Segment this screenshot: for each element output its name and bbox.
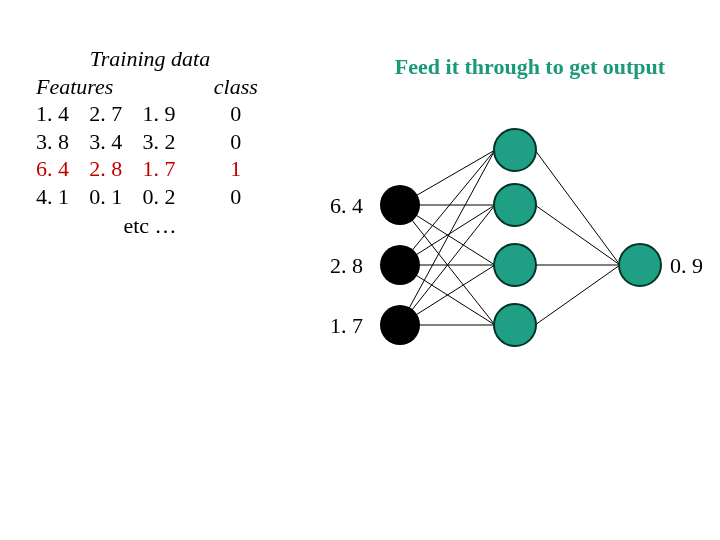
class-header: class	[190, 73, 270, 101]
cell-f2: 3. 4	[83, 128, 136, 156]
svg-line-8	[400, 150, 495, 325]
training-title: Training data	[30, 45, 270, 73]
cell-f1: 3. 8	[30, 128, 83, 156]
features-header: Features	[30, 73, 190, 101]
nn-input-node-3	[380, 305, 420, 345]
nn-hidden-node-4	[493, 303, 537, 347]
cell-f3: 3. 2	[136, 128, 189, 156]
svg-line-12	[535, 150, 620, 265]
cell-class: 0	[190, 128, 270, 156]
table-row-highlighted: 6. 4 2. 8 1. 7 1	[30, 155, 270, 183]
cell-f1: 4. 1	[30, 183, 83, 211]
svg-line-15	[535, 265, 620, 325]
etc-label: etc …	[30, 210, 270, 240]
training-data-block: Training data Features class 1. 4 2. 7 1…	[30, 45, 270, 240]
nn-input-node-2	[380, 245, 420, 285]
table-row: 4. 1 0. 1 0. 2 0	[30, 183, 270, 211]
nn-input-value-1: 6. 4	[330, 193, 363, 219]
feed-caption: Feed it through to get output	[370, 48, 690, 86]
cell-f3: 1. 7	[136, 155, 189, 183]
table-row: 1. 4 2. 7 1. 9 0	[30, 100, 270, 128]
nn-output-node	[618, 243, 662, 287]
nn-input-value-3: 1. 7	[330, 313, 363, 339]
nn-input-value-2: 2. 8	[330, 253, 363, 279]
cell-class: 0	[190, 183, 270, 211]
nn-hidden-node-1	[493, 128, 537, 172]
cell-f2: 2. 7	[83, 100, 136, 128]
svg-line-13	[535, 205, 620, 265]
nn-output-value: 0. 9	[670, 253, 703, 279]
nn-hidden-node-2	[493, 183, 537, 227]
training-table: Features class 1. 4 2. 7 1. 9 0 3. 8 3. …	[30, 73, 270, 211]
cell-class: 0	[190, 100, 270, 128]
table-row: 3. 8 3. 4 3. 2 0	[30, 128, 270, 156]
nn-input-node-1	[380, 185, 420, 225]
cell-f3: 0. 2	[136, 183, 189, 211]
cell-f1: 6. 4	[30, 155, 83, 183]
cell-f1: 1. 4	[30, 100, 83, 128]
cell-f3: 1. 9	[136, 100, 189, 128]
nn-hidden-node-3	[493, 243, 537, 287]
training-header-row: Features class	[30, 73, 270, 101]
cell-class: 1	[190, 155, 270, 183]
cell-f2: 2. 8	[83, 155, 136, 183]
cell-f2: 0. 1	[83, 183, 136, 211]
slide: Training data Features class 1. 4 2. 7 1…	[0, 0, 720, 540]
